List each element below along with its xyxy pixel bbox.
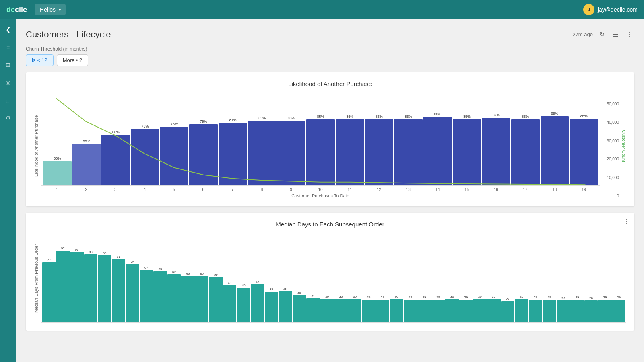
chart2-bar-group: 29 (612, 242, 626, 322)
chart1-bar-label: 33% (54, 156, 61, 160)
chart1-bar-group: 88% (423, 102, 452, 185)
more-options-button[interactable]: ⋮ (625, 29, 634, 40)
chart2-bar-label: 29 (576, 296, 579, 299)
chart2-bar-group: 28 (584, 242, 598, 322)
project-name: Helios (40, 6, 56, 13)
chart2-bar-group: 30 (334, 242, 348, 322)
chevron-down-icon: ▾ (59, 8, 61, 12)
project-selector[interactable]: Helios ▾ (35, 4, 66, 15)
chart2-bar-group: 29 (362, 242, 376, 322)
chart1-bar-group: 76% (160, 102, 189, 185)
chart2-bar-rect (390, 299, 403, 322)
avatar: J (583, 4, 594, 15)
chart2-bar-rect (306, 298, 320, 322)
chart1-bar-group: 89% (541, 102, 569, 185)
chart1-x-label: 3 (101, 187, 130, 192)
chart2-bar-rect (334, 299, 348, 322)
chart1-bar-group: 55% (72, 102, 101, 185)
chart2-bar-group: 29 (459, 242, 473, 322)
chart1-right-y-tick: 10,000 (600, 175, 619, 180)
sidebar-icon-3[interactable]: ◎ (2, 77, 14, 88)
chart2-bar-label: 48 (228, 281, 231, 285)
chart1-bar-rect (160, 127, 189, 185)
chart2-bar-group: 75 (126, 242, 139, 322)
chart2-bar-rect (279, 291, 292, 322)
chart2-bar-group: 30 (487, 242, 501, 322)
sidebar-toggle[interactable]: ❮ (4, 24, 12, 35)
chart1-bar-rect (189, 124, 218, 185)
chart2-more-button[interactable]: ⋮ (621, 216, 631, 227)
refresh-button[interactable]: ↻ (598, 29, 606, 40)
chart2-bar-group: 36 (293, 242, 306, 322)
chart1-bar-rect (365, 119, 394, 185)
chart-card-1: Likelihood of Another Purchase Likelihoo… (26, 72, 634, 206)
chart1-bar-group: 79% (189, 102, 218, 185)
chart1-bar-group: 33% (43, 102, 72, 185)
chart2-bar-label: 62 (172, 270, 176, 274)
chart2-bar-group: 60 (181, 242, 195, 322)
filter-chips: is < 12 More • 2 (26, 54, 634, 66)
chip-is-less-than-12[interactable]: is < 12 (26, 54, 54, 66)
chart1-x-label: 7 (218, 187, 247, 192)
chart1-right-y-tick: 50,000 (600, 102, 619, 106)
chart2-bar-group: 91 (70, 242, 84, 322)
chart1-bar-label: 73% (141, 124, 149, 128)
chart2-bar-label: 30 (339, 295, 343, 298)
chart2-bar-label: 29 (534, 296, 537, 299)
sidebar-icon-5[interactable]: ⚙ (2, 112, 14, 123)
chart1-x-label: 1 (43, 187, 71, 192)
chart1-bar-label: 86% (580, 114, 588, 118)
chart2-bar-rect (487, 299, 501, 322)
chart1-bar-rect (394, 119, 423, 185)
chart2-bar-rect (56, 251, 70, 322)
chart2-title: Median Days to Each Subsequent Order (34, 221, 626, 228)
last-updated: 27m ago (572, 31, 593, 37)
chart1-bar-rect (423, 117, 452, 185)
chart1-bar-label: 85% (376, 115, 383, 119)
filter-icon-button[interactable]: ⚌ (611, 29, 620, 40)
sidebar-icon-1[interactable]: ≡ (2, 41, 14, 53)
chart2-bar-label: 29 (464, 296, 468, 299)
chart2-bar-rect (320, 299, 334, 322)
chart2-bar-rect (459, 300, 473, 322)
chart2-bar-label: 67 (144, 266, 148, 269)
chart2-bar-label: 29 (436, 296, 440, 299)
chart2-bar-rect (153, 272, 167, 322)
chart2-bar-group: 45 (237, 242, 250, 322)
chart2-bar-label: 30 (353, 295, 357, 298)
chart1-x-label: 11 (335, 187, 364, 192)
chart2-bar-rect (237, 288, 250, 322)
chart2-bar-group: 29 (431, 242, 445, 322)
sidebar-icon-4[interactable]: ⬚ (2, 95, 14, 106)
page-title: Customers - Lifecycle (26, 29, 572, 40)
chart2-bar-rect (70, 252, 84, 322)
chart2-bar-group: 28 (557, 242, 570, 322)
chart2-bar-label: 60 (200, 272, 204, 276)
chart1-bar-label: 87% (493, 113, 500, 117)
chart1-bar-label: 81% (229, 118, 236, 122)
page-header: Customers - Lifecycle 27m ago ↻ ⚌ ⋮ (26, 29, 634, 40)
top-nav: decile Helios ▾ J jay@decile.com (0, 0, 644, 19)
chart2-bar-label: 81 (117, 255, 120, 259)
chart1-bar-label: 85% (463, 115, 471, 119)
chart1-y-axis-label: Likelihood of Another Purchase (34, 94, 39, 198)
chart2-bar-group: 59 (209, 242, 223, 322)
sidebar-icon-2[interactable]: ⊞ (2, 59, 14, 70)
chart2-inner: 7792918886817567656260605948454939403631… (41, 234, 626, 323)
chart2-bar-label: 92 (61, 247, 65, 250)
chart1-bar-rect (219, 123, 247, 185)
chart2-bar-group: 31 (306, 242, 320, 322)
chart1-bar-rect (336, 119, 364, 185)
chart2-bar-rect (431, 300, 445, 322)
chart2-bar-group: 30 (515, 242, 528, 322)
chart2-bar-rect (209, 277, 223, 322)
chart2-bar-rect (584, 300, 598, 322)
chart2-bar-group: 29 (417, 242, 431, 322)
chart2-bar-rect (42, 262, 56, 322)
chart1-inner: 33%55%66%73%76%79%81%83%83%85%85%85%85%8… (41, 94, 600, 198)
chart2-bar-label: 29 (367, 296, 371, 299)
user-area: J jay@decile.com (583, 4, 638, 15)
chart2-bar-rect (612, 300, 626, 322)
chip-more[interactable]: More • 2 (57, 54, 89, 66)
main-content: Customers - Lifecycle 27m ago ↻ ⚌ ⋮ Chur… (16, 19, 644, 362)
